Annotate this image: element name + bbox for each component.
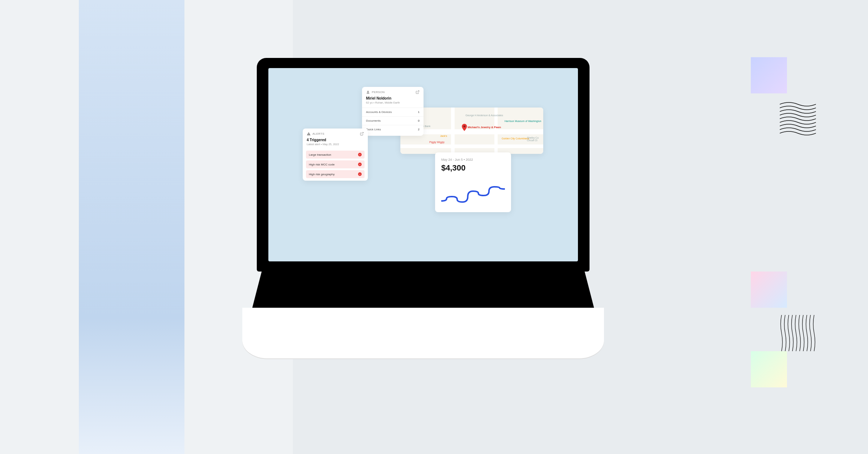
stat-label: Accounts & Devices [366,110,392,114]
map-poi-label: Piggly Wiggly [429,141,444,143]
alerts-sub: Latest alert • May 25, 2022 [307,143,364,146]
map-poi-label: Harrison Museum of Washington [505,120,541,122]
alerts-label: ALERTS [312,132,324,135]
alert-row[interactable]: High risk MCC code– [306,160,365,168]
chart-date-range: May 24 - Jun 5 • 2022 [441,158,505,161]
background-gradient-stripe [79,0,184,454]
map-poi-label: Golden City Columbiana [502,137,529,140]
chart-amount: $4,300 [441,163,505,173]
alert-text: Large transaction [309,153,331,156]
alert-icon [307,132,311,136]
map-pin-label: Michael's Jewelry & Pawn [468,126,501,129]
map-poi-label: Jack's [440,135,447,137]
laptop-screen: George H Anderson & AssociatesFirst US B… [268,68,578,261]
alert-badge-icon: – [358,153,362,156]
alert-badge-icon: – [358,163,362,166]
stat-value: 2 [418,128,420,131]
laptop-base [242,272,604,380]
alert-text: High risk MCC code [309,163,335,166]
person-stat-row[interactable]: Accounts & Devices1 [362,108,424,116]
chart-card[interactable]: May 24 - Jun 5 • 2022 $4,300 [435,152,511,212]
decorative-square-wave-1 [780,101,816,137]
map-road [451,108,455,154]
map-pin-icon [462,124,467,133]
alerts-title: 4 Triggered [307,138,364,142]
map-poi-label: Shelby Co Circuit Ct [527,136,543,142]
chart-line [441,178,505,207]
alert-row[interactable]: High risk geography– [306,170,365,178]
map-road [400,144,543,148]
person-card[interactable]: PERSON Miriel Noldorin 62 yo • Rohan, Mi… [362,87,424,136]
stat-value: 0 [418,119,420,122]
person-stat-row[interactable]: Quick Links2 [362,125,424,134]
external-link-icon[interactable] [360,132,364,136]
decorative-square-gradient-1 [751,57,787,93]
map-poi-label: George H Anderson & Associates [465,114,503,117]
stat-label: Documents [366,119,380,122]
alert-row[interactable]: Large transaction– [306,151,365,159]
alert-badge-icon: – [358,172,362,176]
alert-text: High risk geography [309,173,335,176]
alerts-card[interactable]: ALERTS 4 Triggered Latest alert • May 25… [303,129,368,181]
laptop-bezel: George H Anderson & AssociatesFirst US B… [257,58,590,272]
stat-label: Quick Links [366,128,381,131]
stat-value: 1 [418,110,420,114]
decorative-square-gradient-2 [751,272,787,308]
person-sub: 62 yo • Rohan, Middle Earth [366,101,420,104]
person-icon [366,90,370,94]
person-stat-row[interactable]: Documents0 [362,116,424,125]
decorative-square-wave-2 [780,315,816,351]
laptop-keyboard [251,272,595,311]
person-name: Miriel Noldorin [366,96,420,100]
person-label: PERSON [372,91,385,94]
external-link-icon[interactable] [416,90,420,94]
laptop-illustration: George H Anderson & AssociatesFirst US B… [242,58,604,380]
svg-point-0 [463,125,465,127]
laptop-palmrest [242,308,604,358]
decorative-square-gradient-3 [751,351,787,387]
